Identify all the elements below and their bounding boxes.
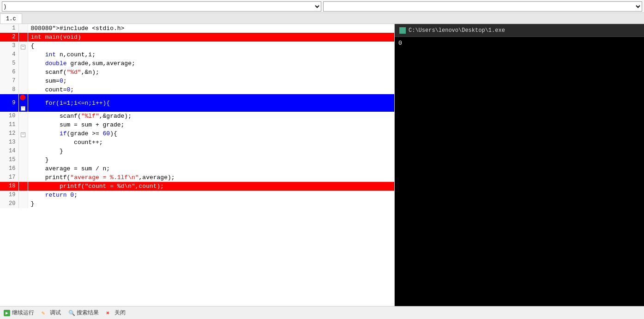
line-number: 5	[0, 59, 18, 68]
tab-label: 1.c	[6, 16, 16, 22]
line-number: 19	[0, 191, 18, 199]
code-line-content: printf("count = %d\n",count);	[28, 182, 394, 191]
code-line-content: }	[28, 199, 394, 208]
table-row: 12− if(grade >= 60){	[0, 129, 394, 138]
gutter-cell	[18, 173, 28, 182]
main-area: 1808080">#include <stdio.h>2int main(voi…	[0, 24, 644, 306]
line-number: 20	[0, 199, 18, 208]
line-number: 8	[0, 85, 18, 94]
gutter-cell	[18, 199, 28, 208]
code-line-content: if(grade >= 60){	[28, 129, 394, 138]
breakpoint-indicator	[20, 182, 26, 188]
line-number: 9	[0, 94, 18, 112]
line-number: 1	[0, 24, 18, 33]
code-table: 1808080">#include <stdio.h>2int main(voi…	[0, 24, 394, 208]
line-number: 2	[0, 33, 18, 42]
code-line-content: count=0;	[28, 85, 394, 94]
debug-button[interactable]: ✎ 调试	[42, 309, 61, 317]
tab-bar: 1.c	[0, 13, 644, 24]
continue-label: 继续运行	[12, 309, 34, 317]
code-line-content: int main(void)	[28, 33, 394, 42]
terminal-icon	[399, 27, 406, 34]
gutter-cell	[18, 59, 28, 68]
line-number: 11	[0, 120, 18, 129]
code-line-content: count++;	[28, 138, 394, 147]
table-row: 15 }	[0, 156, 394, 164]
gutter-cell	[18, 50, 28, 59]
gutter-cell	[18, 85, 28, 94]
gutter-cell	[18, 138, 28, 147]
terminal-titlebar: C:\Users\lenovo\Desktop\1.exe	[395, 24, 644, 37]
table-row: 17 printf("average = %.1lf\n",average);	[0, 173, 394, 182]
table-row: 19 return 0;	[0, 191, 394, 199]
code-line-content: }	[28, 147, 394, 156]
gutter-cell: −	[18, 94, 28, 112]
terminal-output: 0	[398, 40, 402, 47]
table-row: 6 scanf("%d",&n);	[0, 68, 394, 77]
code-line-content: for(i=1;i<=n;i++){	[28, 94, 394, 112]
table-row: 5 double grade,sum,average;	[0, 59, 394, 68]
line-number: 13	[0, 138, 18, 147]
gutter-cell	[18, 147, 28, 156]
breakpoint-indicator	[20, 95, 25, 100]
line-number: 10	[0, 112, 18, 120]
table-row: 18 printf("count = %d\n",count);	[0, 182, 394, 191]
close-button[interactable]: ✖ 关闭	[106, 309, 126, 317]
gutter-cell	[18, 120, 28, 129]
dropdown-left[interactable]: )	[2, 1, 321, 12]
table-row: 10 scanf("%lf",&grade);	[0, 112, 394, 120]
tab-1c[interactable]: 1.c	[0, 13, 22, 24]
table-row: 16 average = sum / n;	[0, 164, 394, 173]
collapse-button[interactable]: −	[21, 132, 25, 137]
code-line-content: average = sum / n;	[28, 164, 394, 173]
gutter-cell	[18, 156, 28, 164]
line-number: 15	[0, 156, 18, 164]
terminal-panel: C:\Users\lenovo\Desktop\1.exe 0	[395, 24, 644, 306]
table-row: 13 count++;	[0, 138, 394, 147]
terminal-title: C:\Users\lenovo\Desktop\1.exe	[409, 27, 505, 34]
collapse-button[interactable]: −	[21, 45, 25, 49]
terminal-body[interactable]: 0	[395, 37, 644, 306]
line-number: 12	[0, 129, 18, 138]
code-line-content: sum=0;	[28, 77, 394, 85]
search-icon: 🔍	[68, 310, 75, 316]
code-line-content: 808080">#include <stdio.h>	[28, 24, 394, 33]
code-line-content: scanf("%d",&n);	[28, 68, 394, 77]
close-label: 关闭	[114, 309, 126, 317]
line-number: 18	[0, 182, 18, 191]
line-number: 6	[0, 68, 18, 77]
gutter-cell	[18, 33, 28, 42]
gutter-cell	[18, 112, 28, 120]
bottom-bar: ▶ 继续运行 ✎ 调试 🔍 搜索结果 ✖ 关闭	[0, 306, 644, 319]
gutter-cell	[18, 182, 28, 191]
top-dropdown-bar: )	[0, 0, 644, 13]
breakpoint-indicator	[20, 33, 26, 39]
gutter-cell	[18, 68, 28, 77]
search-results-button[interactable]: 🔍 搜索结果	[68, 309, 99, 317]
table-row: 7 sum=0;	[0, 77, 394, 85]
gutter-cell: −	[18, 129, 28, 138]
code-line-content: double grade,sum,average;	[28, 59, 394, 68]
close-icon: ✖	[106, 310, 113, 316]
table-row: 9− for(i=1;i<=n;i++){	[0, 94, 394, 112]
line-number: 16	[0, 164, 18, 173]
code-editor[interactable]: 1808080">#include <stdio.h>2int main(voi…	[0, 24, 395, 306]
code-line-content: int n,count,i;	[28, 50, 394, 59]
debug-label: 调试	[50, 309, 61, 317]
gutter-cell	[18, 191, 28, 199]
line-number: 4	[0, 50, 18, 59]
continue-run-button[interactable]: ▶ 继续运行	[4, 309, 34, 317]
gutter-cell	[18, 24, 28, 33]
line-number: 7	[0, 77, 18, 85]
table-row: 2int main(void)	[0, 33, 394, 42]
gutter-cell	[18, 77, 28, 85]
table-row: 4 int n,count,i;	[0, 50, 394, 59]
dropdown-right[interactable]	[323, 1, 643, 12]
continue-icon: ▶	[4, 310, 10, 316]
search-results-label: 搜索结果	[77, 309, 99, 317]
line-number: 3	[0, 42, 18, 50]
gutter-cell: −	[18, 42, 28, 50]
collapse-button[interactable]: −	[21, 106, 25, 111]
table-row: 1808080">#include <stdio.h>	[0, 24, 394, 33]
code-line-content: scanf("%lf",&grade);	[28, 112, 394, 120]
